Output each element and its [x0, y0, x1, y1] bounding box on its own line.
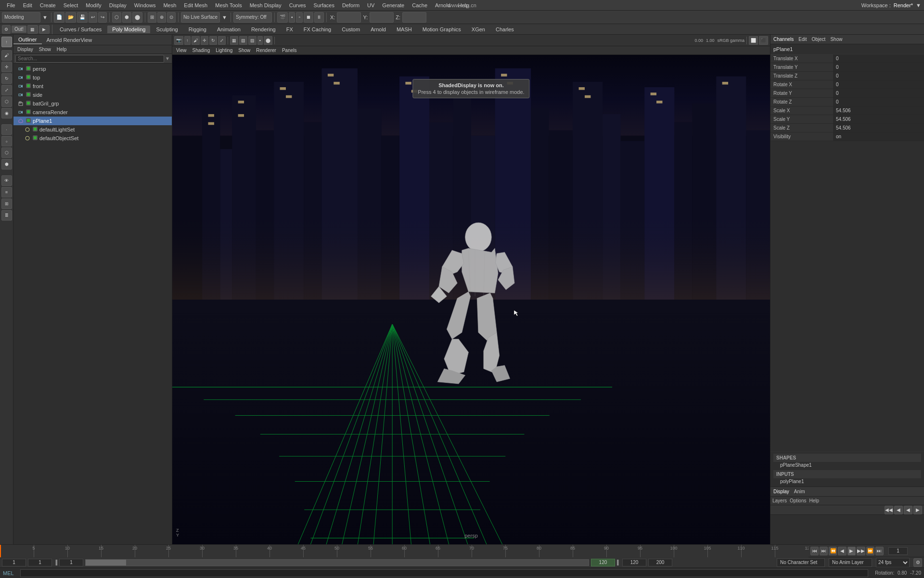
menu-edit[interactable]: Edit	[19, 1, 36, 9]
render-all-btn[interactable]: ▫	[296, 12, 303, 23]
vp-shade-btn4[interactable]: ▪	[257, 36, 263, 45]
shelf-icon1[interactable]: ▦	[27, 25, 38, 34]
outliner-item-side[interactable]: side	[13, 91, 172, 99]
select-mode-btn[interactable]: ↑	[1, 37, 12, 47]
visibility-icon[interactable]	[33, 127, 38, 132]
channel-value[interactable]: 54.506	[833, 115, 924, 123]
menu-generate[interactable]: Generate	[378, 1, 408, 9]
paint-select-btn[interactable]: 🖌	[1, 50, 12, 61]
channel-value[interactable]: 0	[833, 54, 924, 63]
menu-uv[interactable]: UV	[363, 1, 378, 9]
outliner-item-top[interactable]: top	[13, 73, 172, 82]
options-subtab[interactable]: Options	[790, 498, 806, 503]
edge-mode-btn[interactable]: ⬦	[1, 136, 12, 146]
vp-rotate-btn[interactable]: ↻	[209, 36, 217, 45]
tab-arnold[interactable]: Arnold	[366, 26, 391, 33]
arnold-renderview-tab[interactable]: Arnold RenderView	[42, 36, 97, 44]
lasso-tool-btn[interactable]: ⬢	[122, 12, 131, 23]
vp-scale-btn[interactable]: ⤢	[218, 36, 226, 45]
visibility-icon[interactable]	[26, 75, 31, 80]
channel-value[interactable]: on	[833, 132, 924, 141]
play-back1-btn[interactable]: ◀	[838, 547, 846, 555]
play-prev-key-btn[interactable]: ⏭	[820, 547, 828, 555]
tab-curves-surfaces[interactable]: Curves / Surfaces	[55, 26, 106, 33]
fps-selector[interactable]: 24 fps 30 fps 60 fps	[876, 558, 910, 567]
range-end-input[interactable]	[622, 559, 646, 566]
rotate-tool-btn[interactable]: ↻	[1, 73, 12, 84]
vp-select-btn[interactable]: ↑	[184, 36, 191, 45]
no-anim-layer[interactable]: No Anim Layer	[829, 558, 872, 567]
play-fwd-btn[interactable]: ▶	[847, 547, 856, 555]
outliner-item-persp[interactable]: persp	[13, 65, 172, 73]
menu-mesh-display[interactable]: Mesh Display	[246, 1, 285, 9]
workspace-dropdown[interactable]: ▼	[916, 2, 921, 8]
anim-nav-2[interactable]: ◀	[894, 506, 903, 514]
menu-create[interactable]: Create	[36, 1, 60, 9]
layers-subtab[interactable]: Layers	[772, 498, 787, 503]
vp-view-menu[interactable]: View	[174, 48, 189, 53]
play-fwd1-btn[interactable]: ▶▶	[857, 547, 865, 555]
vp-shading-menu[interactable]: Shading	[191, 48, 212, 53]
outliner-item-batgril_grp[interactable]: batGril_grp	[13, 99, 172, 108]
channel-value[interactable]: 0	[833, 80, 924, 89]
play-back-btn[interactable]: ⏪	[829, 547, 837, 555]
no-character-set[interactable]: No Character Set	[777, 558, 825, 567]
outliner-help-menu[interactable]: Help	[55, 47, 69, 52]
vp-layout-btn2[interactable]: ⬛	[759, 36, 768, 45]
anim-nav-1[interactable]: ◀◀	[885, 506, 893, 514]
vp-layout-btn1[interactable]: ⬜	[749, 36, 758, 45]
tab-custom[interactable]: Custom	[337, 26, 365, 33]
display-tab[interactable]: Display	[773, 489, 789, 494]
tab-charles[interactable]: Charles	[491, 26, 519, 33]
select-tool-btn[interactable]: ⬡	[112, 12, 121, 23]
live-surface-dropdown[interactable]: ▼	[221, 14, 228, 20]
redo-btn[interactable]: ↪	[98, 12, 107, 23]
settings-btn[interactable]: ⚙	[2, 25, 11, 34]
channels-tab[interactable]: Channels	[773, 37, 794, 42]
menu-deform[interactable]: Deform	[338, 1, 363, 9]
vp-renderer-menu[interactable]: Renderer	[254, 48, 278, 53]
render-stop-btn[interactable]: ⏹	[304, 12, 313, 23]
y-input[interactable]	[370, 12, 394, 23]
channel-value[interactable]: 0	[833, 72, 924, 80]
channel-value[interactable]: 54.506	[833, 124, 924, 132]
range-end-start-input[interactable]	[591, 559, 615, 566]
channel-btn[interactable]: ≣	[1, 210, 12, 221]
outliner-tab[interactable]: Outliner	[13, 36, 42, 44]
range-start-input[interactable]	[2, 559, 26, 566]
menu-display[interactable]: Display	[105, 1, 130, 9]
layer-btn[interactable]: ≡	[1, 187, 12, 197]
viewport[interactable]: 📷 ↑ 🖌 ✛ ↻ ⤢ ▦ ▧ ▨ ▪ ⬤ 0.00 1.00 sRGB gam…	[172, 35, 770, 544]
edit-tab[interactable]: Edit	[798, 37, 807, 42]
current-frame-input[interactable]	[888, 547, 908, 555]
tab-motion-graphics[interactable]: Motion Graphics	[418, 26, 466, 33]
vertex-mode-btn[interactable]: ·	[1, 124, 12, 135]
menu-cache[interactable]: Cache	[408, 1, 431, 9]
range-current2-input[interactable]	[59, 559, 83, 566]
menu-mesh[interactable]: Mesh	[159, 1, 180, 9]
tab-fx-caching[interactable]: FX Caching	[299, 26, 336, 33]
mode-dropdown[interactable]: ▼	[41, 14, 49, 20]
tab-rigging[interactable]: Rigging	[184, 26, 211, 33]
render-pause-btn[interactable]: ⏸	[314, 12, 324, 23]
snap-grid-btn[interactable]: ⊞	[148, 12, 156, 23]
vp-lighting-menu[interactable]: Lighting	[214, 48, 234, 53]
outliner-show-menu[interactable]: Show	[37, 47, 53, 52]
menu-mesh-tools[interactable]: Mesh Tools	[211, 1, 245, 9]
play-begin-btn[interactable]: ⏮	[810, 547, 819, 555]
vp-paint-btn[interactable]: 🖌	[192, 36, 200, 45]
x-input[interactable]	[337, 12, 361, 23]
outliner-item-front[interactable]: front	[13, 82, 172, 91]
menu-surfaces[interactable]: Surfaces	[310, 1, 338, 9]
menu-windows[interactable]: Windows	[130, 1, 160, 9]
help-subtab[interactable]: Help	[809, 498, 819, 503]
outliner-item-defaultlightset[interactable]: defaultLightSet	[13, 125, 172, 134]
tab-poly-modeling[interactable]: Poly Modeling	[107, 26, 150, 33]
paint-tool-btn[interactable]: ⬤	[132, 12, 142, 23]
workspace-value[interactable]: Render*	[894, 2, 913, 8]
vp-shade-btn3[interactable]: ▨	[248, 36, 257, 45]
channel-value[interactable]: 0	[833, 63, 924, 71]
vp-move-btn[interactable]: ✛	[201, 36, 208, 45]
undo-btn[interactable]: ↩	[89, 12, 97, 23]
menu-curves[interactable]: Curves	[285, 1, 310, 9]
